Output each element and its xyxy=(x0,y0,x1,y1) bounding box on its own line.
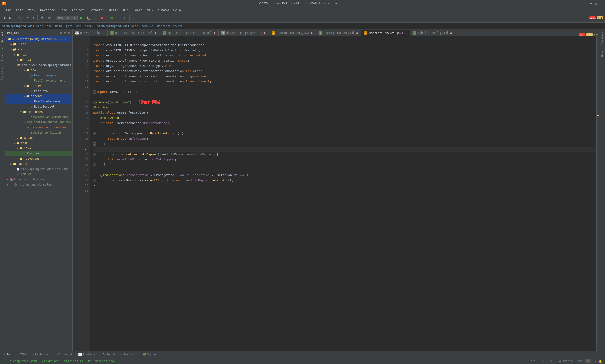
tree-webapp[interactable]: ▶ 📁 webapp xyxy=(5,135,72,140)
breadcrumb-java[interactable]: java xyxy=(66,24,73,28)
maximize-button[interactable]: □ xyxy=(594,2,597,5)
tree-mybaits[interactable]: ✦ mybaits-config.xml xyxy=(5,130,72,135)
tree-target[interactable]: ▶ 📁 target xyxy=(5,161,72,166)
push-button[interactable]: ⬆ xyxy=(122,15,127,21)
breadcrumb-com[interactable]: com xyxy=(76,24,81,28)
tree-userinfomapper[interactable]: Ⓘ UserInfoMapper xyxy=(5,73,72,78)
fold-btn-29[interactable]: ─ xyxy=(93,179,96,182)
editor-nav-down[interactable]: ▼ xyxy=(596,33,598,36)
fold-btn-24[interactable]: ▼ xyxy=(93,153,96,156)
tab-datasource[interactable]: P dataSource.properties ● xyxy=(219,29,269,36)
redo-button[interactable]: ↪ xyxy=(30,15,36,21)
menu-run[interactable]: Run xyxy=(121,8,130,12)
tree-test[interactable]: ▼ 📂 test xyxy=(5,140,72,146)
breadcrumb-service-folder[interactable]: service xyxy=(142,24,154,28)
back-button[interactable]: ◀ xyxy=(2,15,7,21)
tab-mybaits[interactable]: ✦ mybaits-config.xml ● xyxy=(410,29,455,36)
commit-button[interactable]: ✓ xyxy=(116,15,121,21)
bottom-tab-services[interactable]: ⚙ Services xyxy=(119,352,139,357)
menu-refactor[interactable]: Refactor xyxy=(88,8,106,12)
tree-entity[interactable]: ▼ 📁 entity xyxy=(5,83,72,88)
bottom-tab-terminal[interactable]: ⬛ Terminal xyxy=(52,352,75,357)
tree-java[interactable]: ▼ 📂 java xyxy=(5,57,72,62)
run-config-selector[interactable]: MainTest ▾ xyxy=(56,16,77,20)
menu-help[interactable]: Help xyxy=(172,8,183,12)
tab-close-ds[interactable]: ● xyxy=(263,31,266,35)
tree-datasource[interactable]: ⚙ dataSource.properties xyxy=(5,125,72,130)
editor-scrollbar[interactable] xyxy=(596,36,600,351)
fold-btn-20[interactable]: ▼ xyxy=(93,132,96,135)
project-panel-close-icon[interactable]: ✕ xyxy=(68,30,70,35)
run-button[interactable]: ▶ xyxy=(78,15,84,21)
tab-close-iml[interactable]: ✕ xyxy=(102,31,105,35)
tree-test-resources[interactable]: 📁 resources xyxy=(5,156,72,161)
tab-mapper-xml[interactable]: ✦ UserInfoMapper.xml ● xyxy=(316,29,361,36)
tab-appcontext[interactable]: ✦ applicationContext.xml ● xyxy=(107,29,160,36)
tab-close-mapper-xml[interactable]: ● xyxy=(356,31,359,35)
code-editor[interactable]: import com.A1207.A1207springAndMyBatisch… xyxy=(90,36,596,351)
bottom-tab-todo[interactable]: ☑ TODO xyxy=(15,352,29,357)
stop-button[interactable]: ■ xyxy=(100,15,105,21)
tree-scratches[interactable]: ▶ ✏ Scratches and Consoles xyxy=(5,182,72,187)
tree-maintest[interactable]: ☕ MainTest xyxy=(5,151,72,156)
breadcrumb-main[interactable]: main xyxy=(55,24,62,28)
bottom-tab-profiler[interactable]: 📊 Profiler xyxy=(76,352,98,357)
tree-service[interactable]: ▼ 📁 service xyxy=(5,94,72,99)
project-panel-config-icon[interactable]: ⚙ xyxy=(60,30,63,35)
bottom-tab-problems[interactable]: ⚠ Problems xyxy=(30,352,51,357)
tree-appcontext[interactable]: ✦ applicationContext.xml xyxy=(5,114,72,120)
git-button[interactable]: 🌿 xyxy=(109,15,115,21)
breadcrumb-package[interactable]: A1207springAndMyBatisch7 xyxy=(97,24,138,28)
tree-iml[interactable]: 📄 A1207springAndMyBatisch7.iml xyxy=(5,166,72,172)
menu-navigate[interactable]: Navigate xyxy=(38,8,57,12)
editor-nav-up[interactable]: ▲ xyxy=(594,33,595,36)
bottom-tab-spring[interactable]: 🌱 Spring xyxy=(141,352,159,357)
tab-appcontext-dao[interactable]: ✦ applicationContext-dao.xml ● xyxy=(160,29,219,36)
code-line-23[interactable] xyxy=(93,146,596,152)
undo-button[interactable]: ↩ xyxy=(24,15,29,21)
window-controls[interactable]: ─ □ ✕ xyxy=(589,2,603,5)
bottom-tab-build[interactable]: 🔨 Build xyxy=(100,352,117,357)
menu-window[interactable]: Window xyxy=(156,8,171,12)
tree-pom[interactable]: ✦ pom.xml xyxy=(5,172,72,177)
tab-mapper-java[interactable]: J UserInfoMapper.java ● xyxy=(269,29,316,36)
tab-close-appcontext[interactable]: ● xyxy=(154,31,157,35)
menu-analyze[interactable]: Analyze xyxy=(70,8,87,12)
tree-appcontext-dao[interactable]: ✦ applicationContext-dao.xml xyxy=(5,120,72,125)
sidebar-tab-project[interactable]: Project xyxy=(0,29,5,45)
menu-tools[interactable]: Tools xyxy=(131,8,144,12)
sidebar-tab-favorites[interactable]: Favorites xyxy=(0,64,5,83)
tree-userinfoservice[interactable]: ☕ UserInfoService xyxy=(5,99,72,104)
forward-button[interactable]: ▶ xyxy=(8,15,13,21)
debug-button[interactable]: 🐛 xyxy=(85,15,92,21)
menu-code[interactable]: Code xyxy=(58,8,69,12)
sidebar-tab-structure[interactable]: Structure xyxy=(0,45,5,64)
find-button[interactable]: 🔍 xyxy=(39,15,46,21)
project-panel-sort-icon[interactable]: ≡ xyxy=(64,30,66,35)
tree-userinfo[interactable]: ☕ UserInfo xyxy=(5,88,72,94)
fold-btn-12[interactable]: ─ xyxy=(93,90,96,94)
fold-btn-14[interactable]: ─ xyxy=(93,101,96,104)
fold-btn-22[interactable]: ▲ xyxy=(93,142,96,146)
bottom-tab-run[interactable]: ▶ Run xyxy=(2,352,13,357)
tab-close-mapper-java[interactable]: ● xyxy=(310,31,313,35)
build-project-button[interactable]: 🔨 xyxy=(17,15,23,21)
tree-test-java[interactable]: ▼ 📂 java xyxy=(5,146,72,151)
close-button[interactable]: ✕ xyxy=(599,2,603,5)
sidebar-tab-maven[interactable]: Maven xyxy=(600,47,605,59)
sidebar-tab-database[interactable]: Database xyxy=(600,29,605,47)
tree-package[interactable]: ▼ 📦 com.A1207.A1207springAndMyBat xyxy=(5,62,72,68)
menu-build[interactable]: Build xyxy=(107,8,120,12)
tree-helloservlet[interactable]: ☕ HelloServlet xyxy=(5,104,72,109)
run-with-coverage-button[interactable]: 🛡 xyxy=(93,15,99,21)
minimize-button[interactable]: ─ xyxy=(589,2,592,5)
menu-vcs[interactable]: VCS xyxy=(145,8,154,12)
breadcrumb-src[interactable]: src xyxy=(47,24,52,28)
tab-service-java[interactable]: J UserInfoService.java ✕ xyxy=(361,29,410,36)
help-icon-button[interactable]: ? xyxy=(131,15,136,21)
tab-close-dao[interactable]: ● xyxy=(213,31,216,35)
editor[interactable]: 2 3 4 5 6 7 8 9 10 11 12 13 14 15 16 17 … xyxy=(73,36,600,351)
tree-root[interactable]: ▼ 📁 A1207springAndMyBatisch7 D:\JavaEnte… xyxy=(5,36,72,42)
tab-close-mybaits[interactable]: ● xyxy=(450,31,452,35)
tree-src[interactable]: ▼ 📁 src xyxy=(5,47,72,52)
